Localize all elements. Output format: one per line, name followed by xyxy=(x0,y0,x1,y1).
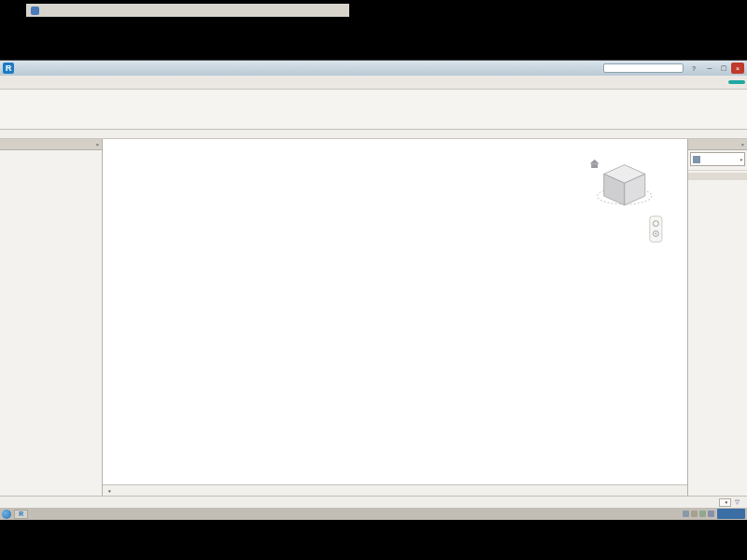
taskbar: R xyxy=(0,508,747,520)
revit-logo-icon[interactable]: R xyxy=(3,63,14,74)
status-bar: ▾ ▽ xyxy=(0,496,747,508)
taskbar-revit-button[interactable]: R xyxy=(14,510,28,519)
help-icon[interactable]: ? xyxy=(689,65,698,72)
type-selector[interactable]: ▾ xyxy=(690,152,745,166)
property-group-label xyxy=(688,173,747,180)
design-options-dropdown-icon: ▾ xyxy=(725,499,727,505)
scale-dropdown-icon[interactable]: ▾ xyxy=(108,488,111,494)
project-browser-header: × xyxy=(0,139,102,150)
taskbar-clock-area[interactable] xyxy=(717,509,745,519)
tray-icon-1[interactable] xyxy=(683,511,689,517)
properties-panel: × ▾ xyxy=(687,139,747,496)
search-input[interactable] xyxy=(603,63,684,73)
system-tray xyxy=(683,511,714,517)
properties-header: × xyxy=(688,139,747,150)
ribbon-panels xyxy=(0,90,747,130)
design-options-select[interactable]: ▾ xyxy=(719,498,731,507)
canvas-column: ▾ xyxy=(103,139,687,496)
view-control-bar: ▾ xyxy=(103,484,687,496)
tray-icon-4[interactable] xyxy=(708,511,714,517)
home-icon[interactable] xyxy=(590,160,599,164)
project-browser-close-icon[interactable]: × xyxy=(95,142,99,147)
filter-icon[interactable]: ▽ xyxy=(735,498,740,506)
ribbon-tab-row xyxy=(0,76,747,90)
titlebar: R ? ─ ▢ × xyxy=(0,61,747,76)
host-menubar xyxy=(26,4,349,17)
navigation-bar-body xyxy=(650,217,662,243)
minimize-button[interactable]: ─ xyxy=(703,63,716,74)
project-browser-tree xyxy=(0,150,102,496)
close-button[interactable]: × xyxy=(731,63,744,74)
home-icon-base xyxy=(591,164,598,168)
revit-window: R ? ─ ▢ × × xyxy=(0,61,747,508)
plugin-tool-button[interactable] xyxy=(728,80,745,84)
view-type-icon xyxy=(693,156,700,163)
tray-icon-3[interactable] xyxy=(699,511,706,517)
maximize-button[interactable]: ▢ xyxy=(717,63,730,74)
host-app-icon[interactable] xyxy=(31,7,39,15)
pan-zoom-dot xyxy=(655,233,657,235)
type-selector-dropdown-icon[interactable]: ▾ xyxy=(740,157,742,162)
navigation-bar[interactable] xyxy=(650,217,662,243)
window-controls: ─ ▢ × xyxy=(703,63,744,74)
project-browser-panel: × xyxy=(0,139,103,496)
tray-icon-2[interactable] xyxy=(691,511,698,517)
start-button[interactable] xyxy=(2,510,11,519)
options-bar xyxy=(0,130,747,139)
properties-close-icon[interactable]: × xyxy=(740,142,744,147)
screen: R ? ─ ▢ × × xyxy=(0,0,747,560)
model-3d-view[interactable] xyxy=(103,139,687,484)
viewcube[interactable] xyxy=(590,160,652,205)
workspace: × xyxy=(0,139,747,496)
drawing-area[interactable] xyxy=(103,139,687,484)
